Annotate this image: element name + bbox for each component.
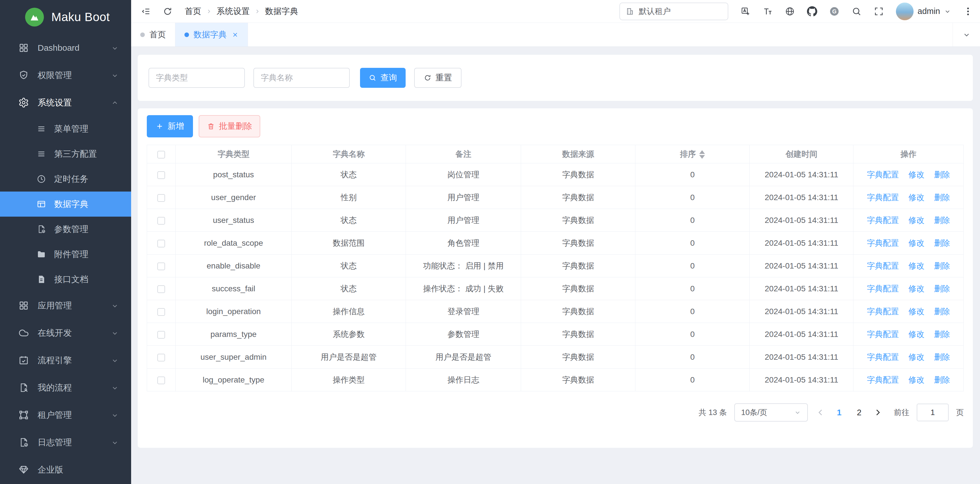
page-number-2[interactable]: 2 xyxy=(853,408,865,417)
edit-link[interactable]: 修改 xyxy=(908,170,924,179)
sidebar: Maku Boot Dashboard 权限管理 系统设置 xyxy=(0,0,131,484)
sidebar-item-workflow-engine[interactable]: 流程引擎 xyxy=(0,347,131,374)
tab-list-dropdown[interactable] xyxy=(953,23,980,46)
dict-config-link[interactable]: 字典配置 xyxy=(867,284,899,293)
dict-config-link[interactable]: 字典配置 xyxy=(867,330,899,339)
main-area: 首页 系统设置 数据字典 默认租户 xyxy=(131,0,980,484)
delete-link[interactable]: 删除 xyxy=(934,376,950,384)
row-checkbox[interactable] xyxy=(158,331,165,339)
dict-config-link[interactable]: 字典配置 xyxy=(867,170,899,179)
row-checkbox[interactable] xyxy=(158,171,165,179)
globe-icon[interactable] xyxy=(785,6,795,16)
breadcrumb-system-settings[interactable]: 系统设置 xyxy=(216,6,250,17)
goto-page-input[interactable] xyxy=(917,404,949,421)
translate-icon[interactable] xyxy=(740,6,751,16)
sidebar-item-menu-management[interactable]: 菜单管理 xyxy=(0,116,131,142)
sidebar-item-data-dictionary[interactable]: 数据字典 xyxy=(0,191,131,217)
delete-link[interactable]: 删除 xyxy=(934,284,950,293)
tenant-select[interactable]: 默认租户 xyxy=(619,3,728,20)
row-checkbox[interactable] xyxy=(158,217,165,224)
sidebar-item-scheduled-tasks[interactable]: 定时任务 xyxy=(0,166,131,191)
sidebar-item-params-management[interactable]: 参数管理 xyxy=(0,217,131,242)
menu-list-icon xyxy=(37,124,46,134)
dict-config-link[interactable]: 字典配置 xyxy=(867,193,899,202)
app-logo[interactable]: Maku Boot xyxy=(0,0,131,34)
fullscreen-icon[interactable] xyxy=(874,6,884,16)
delete-link[interactable]: 删除 xyxy=(934,307,950,316)
sidebar-item-tenant-management[interactable]: 租户管理 xyxy=(0,401,131,429)
delete-link[interactable]: 删除 xyxy=(934,239,950,247)
edit-link[interactable]: 修改 xyxy=(908,284,924,293)
cell-actions: 字典配置 修改 删除 xyxy=(853,369,964,392)
row-checkbox[interactable] xyxy=(158,285,165,293)
gitee-icon[interactable]: G xyxy=(829,6,840,16)
delete-link[interactable]: 删除 xyxy=(934,170,950,179)
sidebar-item-third-party-config[interactable]: 第三方配置 xyxy=(0,142,131,166)
edit-link[interactable]: 修改 xyxy=(908,261,924,270)
sort-carets-icon[interactable] xyxy=(699,150,705,159)
tab-home[interactable]: 首页 xyxy=(131,23,175,46)
sidebar-item-log-management[interactable]: 日志管理 xyxy=(0,429,131,456)
sidebar-item-api-docs[interactable]: 接口文档 xyxy=(0,267,131,292)
row-checkbox[interactable] xyxy=(158,377,165,384)
add-button[interactable]: 新增 xyxy=(147,115,193,137)
more-kebab-icon[interactable] xyxy=(963,6,973,16)
user-menu[interactable]: admin xyxy=(896,3,951,20)
row-checkbox[interactable] xyxy=(158,240,165,247)
collapse-sidebar-icon[interactable] xyxy=(141,6,151,16)
page-size-select[interactable]: 10条/页 xyxy=(734,403,808,422)
next-page-button[interactable] xyxy=(873,407,883,417)
cell-sort: 0 xyxy=(635,163,750,186)
page-number-1[interactable]: 1 xyxy=(833,408,845,417)
edit-link[interactable]: 修改 xyxy=(908,353,924,361)
sidebar-item-dashboard[interactable]: Dashboard xyxy=(0,34,131,62)
search-button[interactable]: 查询 xyxy=(360,68,406,88)
sidebar-item-app-management[interactable]: 应用管理 xyxy=(0,292,131,319)
delete-link[interactable]: 删除 xyxy=(934,193,950,202)
delete-link[interactable]: 删除 xyxy=(934,330,950,339)
edit-link[interactable]: 修改 xyxy=(908,307,924,316)
dict-type-input[interactable] xyxy=(148,68,245,88)
gear-icon xyxy=(18,97,29,108)
font-size-icon[interactable] xyxy=(762,6,773,16)
batch-delete-button[interactable]: 批量删除 xyxy=(199,115,260,137)
select-all-checkbox[interactable] xyxy=(158,151,165,159)
edit-link[interactable]: 修改 xyxy=(908,239,924,247)
edit-link[interactable]: 修改 xyxy=(908,376,924,384)
sidebar-item-permissions[interactable]: 权限管理 xyxy=(0,62,131,89)
github-icon[interactable] xyxy=(807,6,817,16)
row-checkbox[interactable] xyxy=(158,194,165,202)
tab-data-dictionary[interactable]: 数据字典 xyxy=(175,23,248,46)
delete-link[interactable]: 删除 xyxy=(934,261,950,270)
delete-link[interactable]: 删除 xyxy=(934,353,950,361)
search-icon[interactable] xyxy=(851,6,862,16)
delete-link[interactable]: 删除 xyxy=(934,216,950,224)
close-icon[interactable] xyxy=(232,31,239,38)
sidebar-item-attachment-management[interactable]: 附件管理 xyxy=(0,242,131,267)
dict-config-link[interactable]: 字典配置 xyxy=(867,261,899,270)
sidebar-item-label: 菜单管理 xyxy=(54,123,88,135)
sidebar-item-system-settings[interactable]: 系统设置 xyxy=(0,89,131,116)
dict-name-input[interactable] xyxy=(253,68,350,88)
dict-config-link[interactable]: 字典配置 xyxy=(867,239,899,247)
row-checkbox[interactable] xyxy=(158,263,165,270)
sidebar-item-enterprise-edition[interactable]: 企业版 xyxy=(0,456,131,484)
refresh-icon[interactable] xyxy=(162,6,173,16)
dict-config-link[interactable]: 字典配置 xyxy=(867,353,899,361)
sidebar-item-online-dev[interactable]: 在线开发 xyxy=(0,319,131,347)
prev-page-button[interactable] xyxy=(815,407,826,417)
sidebar-item-label: Dashboard xyxy=(38,43,111,53)
breadcrumb-home[interactable]: 首页 xyxy=(185,6,201,17)
edit-link[interactable]: 修改 xyxy=(908,330,924,339)
dict-config-link[interactable]: 字典配置 xyxy=(867,376,899,384)
app-title: Maku Boot xyxy=(51,10,110,24)
sidebar-item-my-workflow[interactable]: 我的流程 xyxy=(0,374,131,401)
row-checkbox[interactable] xyxy=(158,308,165,316)
edit-link[interactable]: 修改 xyxy=(908,216,924,224)
edit-link[interactable]: 修改 xyxy=(908,193,924,202)
row-checkbox[interactable] xyxy=(158,354,165,361)
dict-config-link[interactable]: 字典配置 xyxy=(867,216,899,224)
dict-config-link[interactable]: 字典配置 xyxy=(867,307,899,316)
plus-icon xyxy=(156,122,164,130)
reset-button[interactable]: 重置 xyxy=(414,68,461,88)
